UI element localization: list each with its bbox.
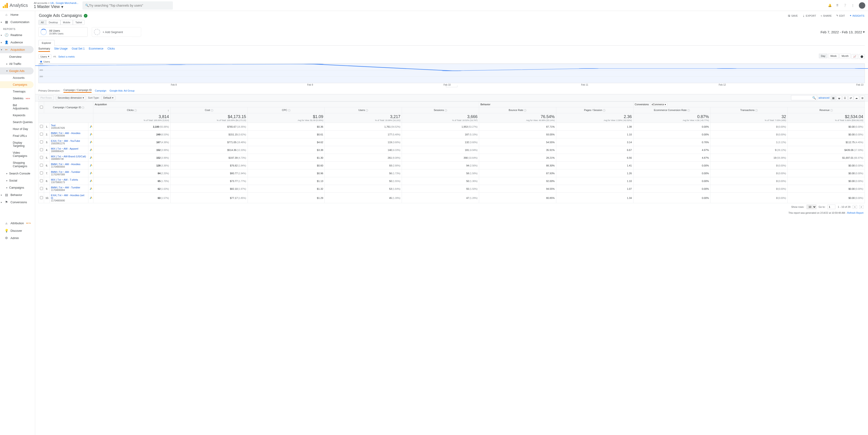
nav-ga-treemaps[interactable]: Treemaps: [0, 88, 35, 95]
avatar[interactable]: [859, 2, 865, 9]
rows-select[interactable]: 10: [807, 205, 816, 209]
nav-ga-display[interactable]: Display Targeting: [0, 139, 35, 149]
campaign-link[interactable]: MIX | Txt ~ AW-Brand (US/Cali)1688889738: [50, 154, 88, 162]
nav-ga-finalurls[interactable]: Final URLs: [0, 132, 35, 139]
view-cloud-icon[interactable]: ☁: [854, 96, 859, 100]
nav-all-traffic[interactable]: ▸All Traffic: [0, 60, 35, 67]
nav-acquisition[interactable]: ▾➳Acquisition: [0, 46, 34, 53]
table-search[interactable]: 🔍: [791, 95, 817, 100]
date-range-picker[interactable]: Feb 7, 2022 - Feb 13, 2022 ▾: [820, 30, 865, 34]
metric-dropdown[interactable]: Users ▾: [38, 54, 51, 59]
tab-explorer[interactable]: Explorer: [38, 40, 55, 46]
account-selector[interactable]: All accounts > UA - Google Merchandi... …: [34, 2, 78, 9]
prev-page-button[interactable]: <: [853, 205, 857, 209]
save-button[interactable]: 🖫SAVE: [788, 14, 798, 17]
insights-button[interactable]: ✦INSIGHTS: [849, 14, 864, 17]
nav-ga-hod[interactable]: Hour of Day: [0, 126, 35, 132]
gran-day[interactable]: Day: [819, 54, 828, 58]
col-sessions[interactable]: Sessions?: [402, 107, 479, 113]
gran-week[interactable]: Week: [828, 54, 839, 58]
col-users[interactable]: Users?: [325, 107, 402, 113]
col-trans[interactable]: Transactions?: [710, 107, 787, 113]
refresh-report-link[interactable]: Refresh Report: [847, 212, 863, 214]
nav-admin[interactable]: ⚙Admin: [0, 234, 35, 242]
campaign-link[interactable]: BMM | Txt ~ AW - Tumbler11704690004: [50, 185, 88, 193]
nav-home[interactable]: ⌂Home: [0, 11, 35, 18]
nav-audience[interactable]: ▸👤Audience: [0, 39, 35, 46]
apps-icon[interactable]: ⠿: [836, 4, 839, 7]
edit-button[interactable]: ✎EDIT: [836, 14, 845, 17]
row-checkbox[interactable]: [39, 154, 44, 162]
col-rev[interactable]: Revenue?: [787, 107, 865, 113]
dim-active[interactable]: Campaign / Campaign ID: [63, 89, 92, 93]
campaign-link[interactable]: EXA | Txt ~ AW - YouTube15003951276: [50, 138, 88, 146]
nav-ga-accounts[interactable]: Accounts: [0, 74, 35, 81]
col-clicks[interactable]: Clicks?↓: [93, 107, 170, 113]
tab-tablet[interactable]: Tablet: [73, 20, 85, 25]
search-icon[interactable]: 🔍: [812, 96, 816, 99]
nav-attribution[interactable]: ஃAttribution BETA: [0, 219, 35, 227]
tab-summary[interactable]: Summary: [38, 47, 50, 52]
nav-google-ads[interactable]: ▾Google Ads: [0, 67, 34, 74]
row-checkbox[interactable]: [39, 193, 44, 203]
nav-ga-campaigns[interactable]: Campaigns: [0, 81, 34, 88]
col-pps[interactable]: Pages / Session?: [556, 107, 633, 113]
row-checkbox[interactable]: [39, 162, 44, 169]
campaign-link[interactable]: EXA | Txt ~ AW - Hoodies (set 0)11704805…: [50, 193, 88, 203]
secondary-dim-dropdown[interactable]: Secondary dimension ▾: [56, 96, 86, 100]
campaign-link[interactable]: BMM | Txt ~ AW - Tumbler11702497089: [50, 169, 88, 177]
next-page-button[interactable]: >: [859, 205, 863, 209]
nav-ga-video[interactable]: Video Campaigns: [0, 149, 35, 159]
tab-goalset1[interactable]: Goal Set 1: [72, 47, 85, 52]
chart-type-motion-icon[interactable]: ⬤: [859, 54, 865, 59]
nav-conversions[interactable]: ▸⚑Conversions: [0, 198, 35, 206]
nav-search-console[interactable]: ▸Search Console: [0, 170, 35, 177]
gran-month[interactable]: Month: [839, 54, 850, 58]
add-segment-button[interactable]: + Add Segment: [92, 27, 141, 37]
checkbox-header[interactable]: [39, 102, 44, 113]
col-bounce[interactable]: Bounce Rate?: [479, 107, 556, 113]
nav-behavior[interactable]: ▸▤Behavior: [0, 191, 35, 198]
select-metric-link[interactable]: Select a metric: [58, 55, 75, 58]
campaign-link[interactable]: MIX | Txt ~ AW - T-shirts11675869173: [50, 177, 88, 185]
nav-ga-shopping[interactable]: Shopping Campaigns: [0, 159, 35, 170]
col-ecr[interactable]: Ecommerce Conversion Rate?: [633, 107, 710, 113]
tab-desktop[interactable]: Desktop: [46, 20, 60, 25]
line-chart[interactable]: 600 400 200: [38, 63, 865, 83]
campaign-link[interactable]: BMM | Txt ~ AW - Hoodies11704805699: [50, 131, 88, 138]
table-search-input[interactable]: [792, 96, 812, 99]
row-checkbox[interactable]: [39, 131, 44, 138]
col-campaign[interactable]: Campaign / Campaign ID?: [44, 102, 93, 113]
nav-ga-sitelinks[interactable]: SitelinksNEW: [0, 95, 35, 102]
nav-social[interactable]: ▸Social: [0, 177, 35, 184]
tab-ecommerce[interactable]: Ecommerce: [89, 47, 103, 52]
search-input[interactable]: [89, 4, 170, 7]
nav-campaigns[interactable]: ▸Campaigns: [0, 184, 35, 191]
tab-siteusage[interactable]: Site Usage: [54, 47, 68, 52]
col-cost[interactable]: Cost?: [170, 107, 248, 113]
view-table-icon[interactable]: ▦: [831, 96, 836, 100]
analytics-logo[interactable]: Analytics: [3, 3, 28, 8]
tab-mobile[interactable]: Mobile: [61, 20, 73, 25]
advanced-link[interactable]: advanced: [818, 96, 829, 99]
goto-input[interactable]: [828, 205, 835, 209]
row-checkbox[interactable]: [39, 185, 44, 193]
nav-ga-bid[interactable]: Bid Adjustments: [0, 102, 35, 112]
campaign-link[interactable]: MIX | Txt ~ AW - Apparel1688886429: [50, 146, 88, 154]
chart-type-line-icon[interactable]: 📈: [851, 54, 858, 59]
row-checkbox[interactable]: [39, 169, 44, 177]
nav-customization[interactable]: ▸▦Customization: [0, 18, 35, 26]
tab-all[interactable]: All: [38, 20, 46, 25]
sort-type-dropdown[interactable]: Default ▾: [101, 96, 116, 100]
dim-campaign[interactable]: Campaign: [95, 89, 106, 92]
more-icon[interactable]: ⋮: [851, 4, 854, 7]
view-pie-icon[interactable]: ◒: [837, 96, 842, 100]
view-pivot-icon[interactable]: ⊞: [860, 96, 865, 100]
tab-clicks[interactable]: Clicks: [107, 47, 115, 52]
col-cpc[interactable]: CPC?: [248, 107, 325, 113]
row-checkbox[interactable]: [39, 146, 44, 154]
conversions-dropdown[interactable]: eCommerce ▾: [650, 103, 668, 106]
view-comparison-icon[interactable]: ⇄: [848, 96, 853, 100]
view-bars-icon[interactable]: ☰: [842, 96, 847, 100]
share-button[interactable]: <SHARE: [821, 14, 832, 17]
